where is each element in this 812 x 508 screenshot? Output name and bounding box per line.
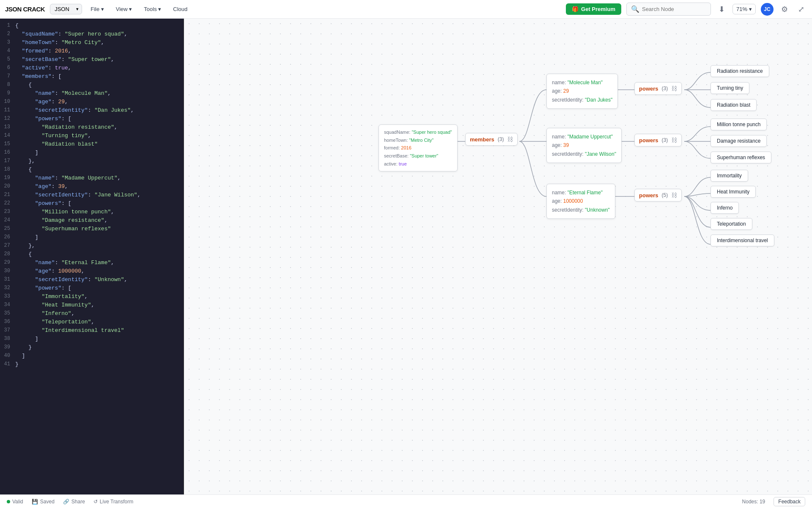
premium-icon: 🎁: [572, 6, 579, 12]
code-line-23: 23 "Million tonne punch",: [0, 208, 184, 217]
code-line-10: 10 "age": 29,: [0, 98, 184, 107]
code-line-38: 38 ]: [0, 335, 184, 344]
code-line-27: 27 },: [0, 242, 184, 251]
graph-pane: squadName: "Super hero squad" homeTown: …: [184, 19, 812, 494]
members-array-node[interactable]: members (3) ⛓: [465, 133, 518, 146]
members-link-icon[interactable]: ⛓: [507, 136, 513, 143]
powers3-array-node[interactable]: powers (5) ⛓: [634, 189, 682, 202]
member3-node[interactable]: name: "Eternal Flame" age: 1000000 secre…: [546, 184, 615, 219]
powers2-link-icon[interactable]: ⛓: [671, 137, 677, 144]
power-damage-resistance[interactable]: Damage resistance: [710, 135, 767, 147]
member1-node[interactable]: name: "Molecule Man" age: 29 secretIdent…: [546, 74, 618, 109]
code-line-24: 24 "Damage resistance",: [0, 217, 184, 225]
code-line-19: 19 "name": "Madame Uppercut",: [0, 174, 184, 183]
power-heat-immunity[interactable]: Heat Immunity: [710, 186, 756, 198]
code-line-26: 26 ]: [0, 234, 184, 242]
editor-pane: 1{ 2 "squadName": "Super hero squad", 3 …: [0, 19, 184, 494]
code-line-18: 18 {: [0, 166, 184, 174]
power-teleportation[interactable]: Teleportation: [710, 218, 752, 230]
settings-button[interactable]: ⚙: [779, 3, 790, 16]
file-menu[interactable]: File ▾: [87, 4, 107, 14]
code-line-16: 16 ]: [0, 149, 184, 157]
code-line-3: 3 "homeTown": "Metro City",: [0, 39, 184, 47]
code-line-7: 7 "members": [: [0, 73, 184, 81]
code-line-25: 25 "Superhuman reflexes": [0, 225, 184, 234]
code-line-2: 2 "squadName": "Super hero squad",: [0, 30, 184, 39]
saved-icon: 💾: [32, 499, 38, 505]
download-button[interactable]: ⬇: [716, 3, 727, 16]
zoom-control[interactable]: 71% ▾: [732, 4, 756, 14]
cloud-menu[interactable]: Cloud: [170, 4, 191, 14]
member2-node[interactable]: name: "Madame Uppercut" age: 39 secretId…: [546, 128, 622, 163]
chevron-down-icon: ▾: [749, 6, 752, 12]
share-status[interactable]: 🔗 Share: [63, 499, 85, 505]
code-line-32: 32 "powers": [: [0, 284, 184, 293]
avatar[interactable]: JC: [761, 3, 774, 16]
feedback-button[interactable]: Feedback: [774, 497, 805, 506]
code-line-5: 5 "secretBase": "Super tower",: [0, 56, 184, 64]
code-line-37: 37 "Interdimensional travel": [0, 327, 184, 335]
powers1-array-node[interactable]: powers (3) ⛓: [634, 82, 682, 95]
code-line-33: 33 "Immortality",: [0, 293, 184, 301]
code-line-40: 40 ]: [0, 352, 184, 361]
power-superhuman-reflexes[interactable]: Superhuman reflexes: [710, 152, 771, 163]
statusbar: Valid 💾 Saved 🔗 Share ↺ Live Transform N…: [0, 494, 812, 508]
power-interdimensional-travel[interactable]: Interdimensional travel: [710, 235, 774, 246]
code-line-28: 28 {: [0, 251, 184, 259]
share-icon: 🔗: [63, 499, 69, 505]
code-line-35: 35 "Inferno",: [0, 310, 184, 318]
tools-menu[interactable]: Tools ▾: [140, 4, 165, 14]
code-line-20: 20 "age": 39,: [0, 183, 184, 191]
code-line-12: 12 "powers": [: [0, 115, 184, 124]
code-line-13: 13 "Radiation resistance",: [0, 124, 184, 132]
code-line-21: 21 "secretIdentity": "Jane Wilson",: [0, 191, 184, 200]
code-line-31: 31 "secretIdentity": "Unknown",: [0, 276, 184, 284]
code-line-36: 36 "Teleportation",: [0, 318, 184, 327]
code-line-6: 6 "active": true,: [0, 64, 184, 73]
powers1-link-icon[interactable]: ⛓: [671, 85, 677, 92]
power-million-tonne-punch[interactable]: Million tonne punch: [710, 119, 767, 130]
code-line-15: 15 "Radiation blast": [0, 141, 184, 149]
code-line-34: 34 "Heat Immunity",: [0, 301, 184, 310]
power-immortality[interactable]: Immortality: [710, 170, 748, 182]
get-premium-button[interactable]: 🎁 Get Premium: [566, 3, 621, 15]
code-line-29: 29 "name": "Eternal Flame",: [0, 259, 184, 268]
valid-dot: [7, 500, 10, 503]
nodes-count: Nodes: 19: [742, 499, 765, 505]
code-line-8: 8 {: [0, 81, 184, 90]
root-node[interactable]: squadName: "Super hero squad" homeTown: …: [379, 124, 458, 171]
format-selector[interactable]: JSON YAML TOML: [50, 4, 82, 14]
main-layout: 1{ 2 "squadName": "Super hero squad", 3 …: [0, 19, 812, 494]
live-transform-icon: ↺: [93, 499, 98, 505]
power-radiation-blast[interactable]: Radiation blast: [710, 99, 757, 111]
powers3-link-icon[interactable]: ⛓: [671, 192, 677, 199]
power-turning-tiny[interactable]: Turning tiny: [710, 82, 749, 94]
valid-status: Valid: [7, 499, 23, 505]
code-line-30: 30 "age": 1000000,: [0, 268, 184, 276]
app-logo: JSON CRACK: [5, 6, 45, 13]
code-line-41: 41}: [0, 361, 184, 369]
fullscreen-button[interactable]: ⤢: [796, 3, 807, 16]
code-line-22: 22 "powers": [: [0, 200, 184, 208]
topbar: JSON CRACK JSON YAML TOML File ▾ View ▾ …: [0, 0, 812, 19]
search-box: 🔍: [626, 3, 711, 16]
code-line-11: 11 "secretIdentity": "Dan Jukes",: [0, 107, 184, 115]
power-radiation-resistance[interactable]: Radiation resistance: [710, 65, 769, 77]
search-icon: 🔍: [631, 5, 639, 13]
saved-status: 💾 Saved: [32, 499, 55, 505]
code-line-9: 9 "name": "Molecule Man",: [0, 90, 184, 98]
powers2-array-node[interactable]: powers (3) ⛓: [634, 134, 682, 146]
code-line-39: 39 }: [0, 344, 184, 352]
code-line-14: 14 "Turning tiny",: [0, 132, 184, 141]
code-line-1: 1{: [0, 22, 184, 30]
search-input[interactable]: [642, 6, 701, 12]
format-selector-wrap: JSON YAML TOML: [50, 4, 82, 14]
view-menu[interactable]: View ▾: [112, 4, 136, 14]
code-line-4: 4 "formed": 2016,: [0, 47, 184, 56]
live-transform-status[interactable]: ↺ Live Transform: [93, 499, 133, 505]
code-line-17: 17 },: [0, 157, 184, 166]
power-inferno[interactable]: Inferno: [710, 202, 739, 214]
